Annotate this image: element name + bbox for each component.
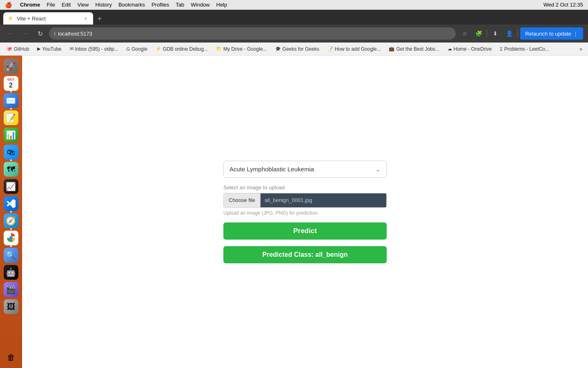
sidebar-icon-mail[interactable]: ✉️ [4,93,18,108]
google-icon: G [127,47,130,52]
bookmark-jobs[interactable]: 💼 Get the Best Jobs... [385,45,442,53]
bookmark-leetcode-label: Problems - LeetCo... [504,46,549,52]
bookmark-google-label: Google [131,46,147,52]
choose-file-button[interactable]: Choose file [224,193,261,207]
reload-button[interactable]: ↻ [34,28,46,39]
mail-icon: ✉ [70,46,74,52]
browser-chrome: ⚡ Vite + React × + ← → ↻ ℹ localhost:517… [0,10,588,56]
tab-favicon: ⚡ [7,16,13,21]
sidebar-icon-quicklook[interactable]: 🖼 [4,299,18,314]
jobs-icon: 💼 [389,46,394,52]
bookmark-jobs-label: Get the Best Jobs... [396,46,439,52]
bookmark-github-label: GitHub [14,46,29,52]
bookmark-youtube-label: YouTube [42,46,61,52]
bookmark-star-button[interactable]: ☆ [459,28,470,39]
bookmark-gdb[interactable]: ⚡ GDB online Debug... [152,45,211,53]
gdb-icon: ⚡ [156,46,161,52]
extension-button[interactable]: 🧩 [473,28,484,39]
sidebar-icon-stocks[interactable]: 📈 [4,179,18,194]
app-name: Chrome [20,2,40,8]
forward-button[interactable]: → [20,28,31,39]
upload-hint: Upload an image (JPG, PNG) for predictio… [223,210,387,216]
menu-edit[interactable]: Edit [62,2,71,8]
main-layout: 🚀 OCT 2 ✉️ 📝 📊 🛍 🗺 📈 🧭 🔍 [0,56,588,368]
bookmark-google-add[interactable]: 📝 How to add Google... [324,45,384,53]
dropdown-selected-value: Acute Lymphoblastic Leukemia [229,166,376,173]
sidebar-icon-numbers[interactable]: 📊 [4,128,18,142]
app-container: Acute Lymphoblastic Leukemia ⌄ Select an… [223,161,387,263]
drive-icon: 📁 [216,46,222,52]
menu-profiles[interactable]: Profiles [151,2,169,8]
menu-window[interactable]: Window [191,2,209,8]
bookmark-gfg[interactable]: 🎓 Geeks for Geeks [272,45,323,53]
github-icon: 🐙 [7,46,12,52]
browser-content: Acute Lymphoblastic Leukemia ⌄ Select an… [22,56,588,368]
toolbar-right: ☆ 🧩 ⬇ 👤 Relaunch to update ⋮ [459,27,583,40]
file-input-row: Choose file all_benign_0001.jpg [223,193,387,208]
sidebar-icon-appstore[interactable]: 🛍 [4,145,18,159]
url-text: localhost:5173 [58,31,92,37]
toolbar-divider-2 [517,29,518,38]
file-name-display: all_benign_0001.jpg [261,193,386,207]
browser-toolbar: ← → ↻ ℹ localhost:5173 ☆ 🧩 ⬇ 👤 Relaunch … [0,25,588,43]
menu-history[interactable]: History [95,2,111,8]
bookmark-leetcode[interactable]: Σ Problems - LeetCo... [497,45,552,53]
menu-view[interactable]: View [77,2,89,8]
onedrive-icon: ☁ [448,46,452,52]
profile-button[interactable]: 👤 [503,28,515,39]
predict-button[interactable]: Predict [223,222,387,240]
bookmark-inbox-label: Inbox (595) - vidip... [75,46,118,52]
system-time: Wed 2 Oct 12:35 [543,2,583,8]
bookmark-inbox[interactable]: ✉ Inbox (595) - vidip... [67,45,122,53]
sidebar-icon-maps[interactable]: 🗺 [4,162,18,177]
bookmark-youtube[interactable]: ▶ YouTube [34,45,65,53]
bookmark-google-add-label: How to add Google... [335,46,381,52]
address-bar[interactable]: ℹ localhost:5173 [49,27,456,40]
bookmark-onedrive-label: Home - OneDrive [454,46,492,52]
disease-dropdown[interactable]: Acute Lymphoblastic Leukemia ⌄ [223,161,387,178]
tab-title: Vite + React [17,16,46,22]
new-tab-button[interactable]: + [94,13,105,25]
youtube-icon: ▶ [37,46,40,52]
dropdown-chevron-icon: ⌄ [376,166,381,173]
toolbar-divider [487,29,487,38]
lock-icon: ℹ [54,31,56,36]
sidebar-icon-notes[interactable]: 📝 [4,110,18,125]
sidebar-icon-trash[interactable]: 🗑 [4,350,18,365]
sidebar-icon-vscode[interactable] [4,196,18,211]
google-add-icon: 📝 [327,46,333,52]
file-name-text: all_benign_0001.jpg [265,197,312,203]
upload-section: Select an image to upload Choose file al… [223,184,387,216]
sidebar-icon-chrome[interactable] [4,231,18,245]
active-tab[interactable]: ⚡ Vite + React × [3,12,93,25]
sidebar-icon-calendar[interactable]: OCT 2 [4,76,18,91]
menu-tab[interactable]: Tab [176,2,184,8]
sidebar-icon-ai[interactable]: 🤖 [4,265,18,280]
menu-bookmarks[interactable]: Bookmarks [118,2,145,8]
sidebar-icon-preview[interactable]: 🎬 [4,282,18,297]
bookmark-onedrive[interactable]: ☁ Home - OneDrive [444,45,495,53]
bookmark-google[interactable]: G Google [123,45,151,53]
menu-file[interactable]: File [47,2,55,8]
tab-close-button[interactable]: × [82,15,89,22]
apple-icon: 🍎 [5,2,12,8]
relaunch-label: Relaunch to update [525,31,571,37]
leetcode-icon: Σ [500,47,503,52]
sidebar-icon-safari[interactable]: 🧭 [4,213,18,228]
sidebar-icon-launchpad[interactable]: 🚀 [4,59,18,74]
bookmark-drive[interactable]: 📁 My Drive - Google... [213,45,270,53]
bookmarks-more-button[interactable]: » [577,45,585,53]
download-button[interactable]: ⬇ [490,28,501,39]
bookmark-gfg-label: Geeks for Geeks [283,46,319,52]
relaunch-button[interactable]: Relaunch to update ⋮ [520,27,583,40]
macos-sidebar: 🚀 OCT 2 ✉️ 📝 📊 🛍 🗺 📈 🧭 🔍 [0,56,22,368]
back-button[interactable]: ← [5,28,16,39]
bookmarks-bar: 🐙 GitHub ▶ YouTube ✉ Inbox (595) - vidip… [0,43,588,56]
bookmark-gdb-label: GDB online Debug... [163,46,208,52]
relaunch-chevron-icon: ⋮ [573,31,578,37]
prediction-result: Predicted Class: all_benign [223,246,387,263]
sidebar-icon-finder[interactable]: 🔍 [4,248,18,263]
menu-help[interactable]: Help [216,2,227,8]
bookmark-github[interactable]: 🐙 GitHub [3,45,32,53]
bookmark-drive-label: My Drive - Google... [223,46,267,52]
